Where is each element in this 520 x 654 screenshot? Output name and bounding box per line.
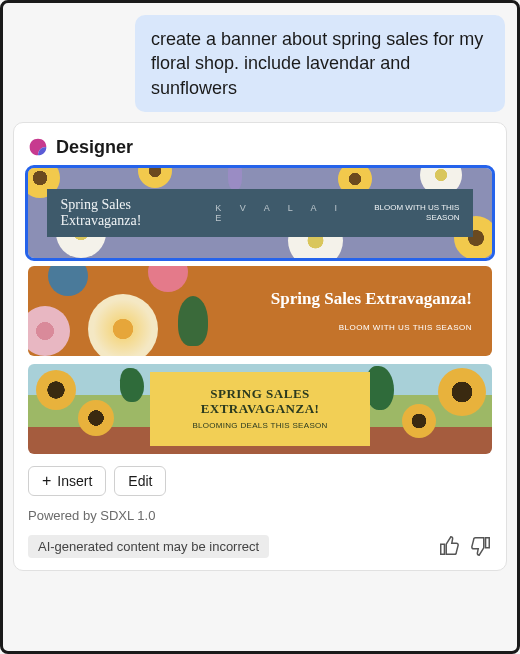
user-message-bubble: create a banner about spring sales for m… [135,15,505,112]
banner-2-title: Spring Sales Extravaganza! [271,289,472,309]
banner-1-bar: Spring Sales Extravaganza! K V A L A I E… [47,189,474,237]
banner-list: Spring Sales Extravaganza! K V A L A I E… [28,168,492,454]
designer-header: Designer [28,137,492,158]
edit-button[interactable]: Edit [114,466,166,496]
banner-1-title: Spring Sales Extravaganza! [61,197,216,229]
feedback-buttons [438,535,492,557]
banner-2-text: Spring Sales Extravaganza! BLOOM WITH US… [271,289,492,332]
banner-3-decoration [36,370,76,410]
thumbs-up-icon[interactable] [438,535,460,557]
action-row: + Insert Edit [28,466,492,496]
designer-card: Designer Spring Sales Extravaganza! K [13,122,507,571]
banner-option-2[interactable]: Spring Sales Extravaganza! BLOOM WITH US… [28,266,492,356]
banner-2-decoration [28,266,228,356]
designer-logo-icon [28,137,48,157]
edit-label: Edit [128,473,152,489]
user-message-text: create a banner about spring sales for m… [151,29,483,98]
plus-icon: + [42,473,51,489]
insert-button[interactable]: + Insert [28,466,106,496]
designer-title: Designer [56,137,133,158]
ai-disclaimer: AI-generated content may be incorrect [28,535,269,558]
banner-option-1[interactable]: Spring Sales Extravaganza! K V A L A I E… [28,168,492,258]
banner-3-subtitle: BLOOMING DEALS THIS SEASON [192,421,327,430]
banner-3-panel: SPRING SALES EXTRAVAGANZA! BLOOMING DEAL… [150,372,370,446]
insert-label: Insert [57,473,92,489]
banner-1-midtext: K V A L A I E [215,203,369,223]
thumbs-down-icon[interactable] [470,535,492,557]
banner-2-subtitle: BLOOM WITH US THIS SEASON [271,323,472,332]
banner-1-subtitle: BLOOM WITH US THIS SEASON [369,203,459,222]
chat-area: create a banner about spring sales for m… [13,11,507,571]
banner-3-title: SPRING SALES EXTRAVAGANZA! [150,387,370,417]
powered-by-text: Powered by SDXL 1.0 [28,508,492,523]
banner-option-3[interactable]: SPRING SALES EXTRAVAGANZA! BLOOMING DEAL… [28,364,492,454]
card-footer: AI-generated content may be incorrect [28,535,492,558]
